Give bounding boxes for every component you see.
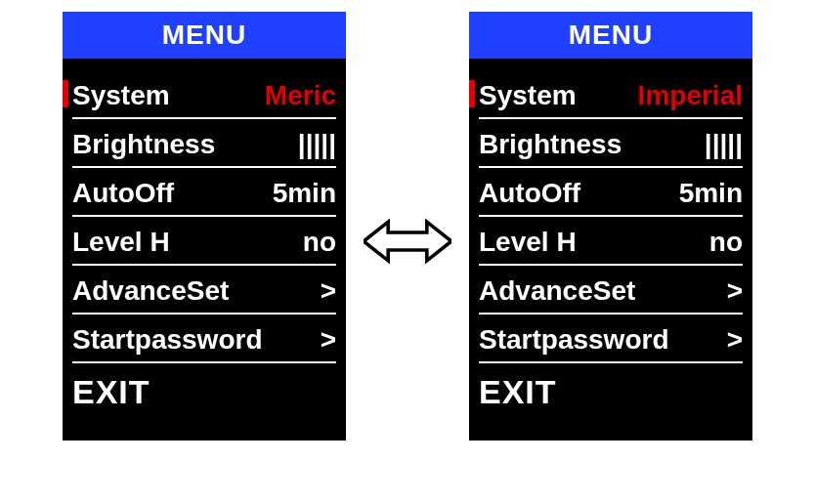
menu-item-advanceset[interactable]: AdvanceSet > (72, 272, 336, 315)
menu-item-exit[interactable]: EXIT (72, 369, 336, 411)
menu-item-value: 5min (679, 178, 743, 209)
menu-item-level-h[interactable]: Level H no (72, 223, 336, 266)
menu-item-brightness[interactable]: Brightness ||||| (479, 125, 743, 168)
menu-item-label: AdvanceSet (72, 275, 229, 307)
menu-item-label: AutoOff (479, 178, 580, 209)
menu-item-label: AutoOff (72, 178, 174, 209)
menu-item-label: System (72, 80, 170, 111)
menu-item-autooff[interactable]: AutoOff 5min (72, 174, 336, 217)
menu-item-advanceset[interactable]: AdvanceSet > (479, 272, 743, 315)
menu-item-value: > (727, 275, 743, 307)
menu-item-value: Meric (265, 80, 336, 111)
menu-item-label: Brightness (72, 129, 215, 160)
menu-item-label: System (479, 80, 577, 111)
swap-arrow-container (364, 12, 451, 471)
menu-item-label: Level H (479, 227, 577, 258)
menu-item-label: AdvanceSet (479, 275, 635, 307)
menu-item-label: Startpassword (72, 324, 263, 356)
menu-item-autooff[interactable]: AutoOff 5min (479, 174, 743, 217)
menu-item-label: Startpassword (479, 324, 669, 356)
menu-item-value: > (727, 324, 743, 356)
menu-item-value: 5min (273, 178, 336, 209)
menu-item-label: Brightness (479, 129, 622, 160)
menu-item-value: no (303, 227, 336, 258)
menu-item-brightness[interactable]: Brightness ||||| (72, 125, 336, 168)
menu-item-system[interactable]: System Imperial (479, 76, 743, 119)
menu-item-startpassword[interactable]: Startpassword > (479, 320, 743, 363)
menu-item-value: > (321, 275, 336, 307)
menu-item-value: Imperial (638, 80, 743, 111)
menu-item-level-h[interactable]: Level H no (479, 223, 743, 266)
menu-title: MENU (469, 12, 752, 59)
menu-item-startpassword[interactable]: Startpassword > (72, 320, 336, 363)
menu-body: System Meric Brightness ||||| AutoOff 5m… (63, 59, 346, 441)
menu-panel-right: MENU System Imperial Brightness ||||| Au… (469, 12, 752, 441)
menu-item-value: no (709, 227, 743, 258)
menu-body: System Imperial Brightness ||||| AutoOff… (469, 59, 752, 441)
menu-item-value: > (321, 324, 336, 356)
menu-item-value: ||||| (705, 129, 743, 160)
swap-arrow-icon (364, 212, 451, 271)
menu-item-value: ||||| (298, 129, 336, 160)
menu-item-exit[interactable]: EXIT (479, 369, 743, 411)
menu-item-system[interactable]: System Meric (72, 76, 336, 119)
menu-item-label: Level H (72, 227, 170, 258)
menu-panel-left: MENU System Meric Brightness ||||| AutoO… (63, 12, 346, 441)
svg-marker-0 (364, 222, 451, 261)
menu-title: MENU (63, 12, 346, 59)
